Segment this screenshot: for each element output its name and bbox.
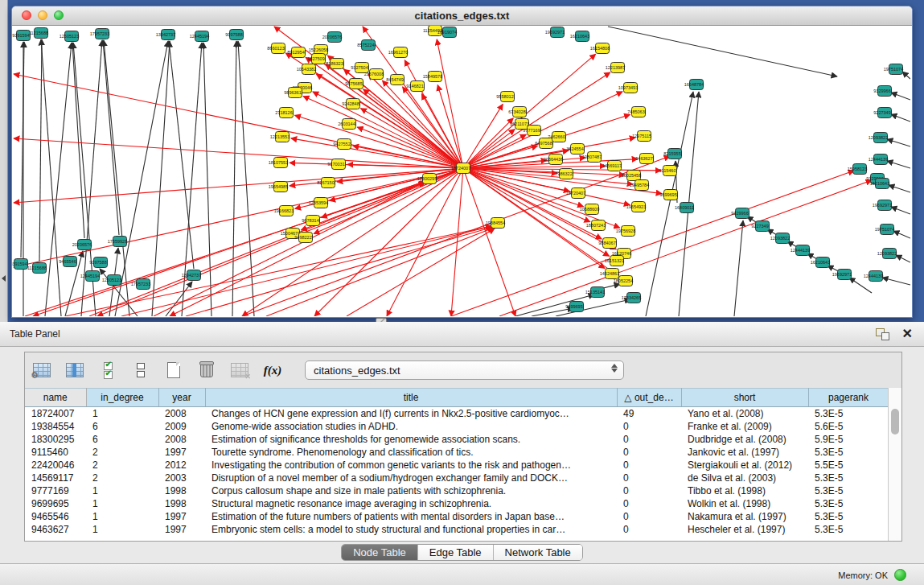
table-cell[interactable]: 0 [617, 523, 681, 536]
vertical-scrollbar[interactable] [888, 388, 901, 541]
table-cell[interactable]: 5.3E-5 [808, 484, 889, 497]
scrollbar-thumb[interactable] [891, 409, 899, 435]
table-cell[interactable]: 18724007 [25, 407, 86, 421]
table-cell[interactable]: 1998 [158, 497, 205, 510]
table-cell[interactable]: 0 [617, 459, 681, 472]
table-cell[interactable]: 6 [86, 420, 158, 433]
minimize-button[interactable] [38, 10, 47, 20]
table-cell[interactable]: 2 [86, 446, 158, 459]
show-columns-button[interactable] [64, 360, 85, 381]
left-panel-strip[interactable] [0, 0, 8, 322]
table-cell[interactable]: 9115460 [25, 446, 86, 459]
table-cell[interactable]: 0 [617, 433, 681, 446]
table-cell[interactable]: Structural magnetic resonance image aver… [205, 497, 617, 510]
table-cell[interactable]: 0 [617, 446, 681, 459]
table-row[interactable]: 2242004622012Investigating the contribut… [25, 459, 889, 472]
table-cell[interactable]: Estimation of the future numbers of pati… [205, 510, 617, 523]
table-cell[interactable]: Nakamura et al. (1997) [681, 510, 808, 523]
table-cell[interactable]: Investigating the contribution of common… [205, 459, 617, 472]
table-cell[interactable]: 5.3E-5 [808, 472, 889, 484]
table-cell[interactable]: Franke et al. (2009) [681, 420, 808, 433]
table-cell[interactable]: 0 [617, 484, 681, 497]
column-header-in_degree[interactable]: in_degree [86, 389, 158, 407]
table-cell[interactable]: 5.3E-5 [808, 523, 889, 536]
column-header-out_de[interactable]: △ out_de… [617, 389, 681, 407]
table-cell[interactable]: 0 [617, 472, 681, 484]
table-row[interactable]: 1456911722003Disruption of a novel membe… [25, 472, 889, 484]
table-row[interactable]: 1938455462009Genome-wide association stu… [25, 420, 889, 433]
table-row[interactable]: 946554611997Estimation of the future num… [25, 510, 889, 523]
column-header-short[interactable]: short [681, 389, 808, 407]
zoom-button[interactable] [54, 10, 64, 20]
table-cell[interactable]: 9777169 [25, 484, 86, 497]
table-cell[interactable]: 6 [86, 433, 158, 446]
table-row[interactable]: 1872400712008Changes of HCN gene express… [25, 407, 889, 421]
float-panel-icon[interactable] [876, 328, 889, 340]
table-cell[interactable]: Dudbridge et al. (2008) [681, 433, 808, 446]
table-cell[interactable]: 9465546 [25, 510, 86, 523]
table-cell[interactable]: 0 [617, 510, 681, 523]
table-cell[interactable]: 1997 [158, 523, 205, 536]
table-cell[interactable]: Corpus callosum shape and size in male p… [205, 484, 617, 497]
table-mode-button[interactable]: ⚙ [31, 360, 52, 381]
table-cell[interactable]: 5.6E-5 [808, 420, 889, 433]
table-cell[interactable]: 1997 [158, 446, 205, 459]
table-cell[interactable]: 9699695 [25, 497, 86, 510]
table-row[interactable]: 977716911998Corpus callosum shape and si… [25, 484, 889, 497]
network-window-titlebar[interactable]: citations_edges.txt [12, 6, 912, 26]
table-cell[interactable]: 1997 [158, 510, 205, 523]
table-cell[interactable]: Tibbo et al. (1998) [681, 484, 808, 497]
table-cell[interactable]: 5.3E-5 [808, 497, 889, 510]
table-cell[interactable]: 18300295 [25, 433, 86, 446]
column-header-title[interactable]: title [205, 389, 617, 407]
table-cell[interactable]: 1 [86, 484, 158, 497]
table-cell[interactable]: Genome-wide association studies in ADHD. [205, 420, 617, 433]
close-panel-icon[interactable]: ✕ [902, 328, 913, 340]
table-cell[interactable]: 2 [86, 472, 158, 484]
table-row[interactable]: 969969511998Structural magnetic resonanc… [25, 497, 889, 510]
column-header-name[interactable]: name [25, 389, 86, 407]
delete-column-button[interactable] [196, 360, 217, 381]
table-cell[interactable]: 5.5E-5 [808, 459, 889, 472]
table-cell[interactable]: 5.3E-5 [808, 446, 889, 459]
function-builder-button[interactable]: f(x) [262, 360, 283, 381]
table-cell[interactable]: Changes of HCN gene expression and I(f) … [205, 407, 617, 421]
select-columns-button[interactable] [97, 360, 118, 381]
tab-network-table[interactable]: Network Table [494, 545, 582, 560]
panel-collapse-arrow-icon[interactable] [2, 275, 6, 282]
close-button[interactable] [22, 10, 31, 20]
table-row[interactable]: 911546021997Tourette syndrome. Phenomeno… [25, 446, 889, 459]
column-header-year[interactable]: year [158, 389, 205, 407]
table-cell[interactable]: 5.3E-5 [808, 407, 889, 421]
table-cell[interactable]: 2008 [158, 433, 205, 446]
table-cell[interactable]: 1 [86, 523, 158, 536]
table-cell[interactable]: 22420046 [25, 459, 86, 472]
table-cell[interactable]: 2009 [158, 420, 205, 433]
table-cell[interactable]: 9463627 [25, 523, 86, 536]
table-cell[interactable]: Disruption of a novel member of a sodium… [205, 472, 617, 484]
table-cell[interactable]: Stergiakouli et al. (2012) [681, 459, 808, 472]
tab-node-table[interactable]: Node Table [342, 545, 418, 560]
table-cell[interactable]: 49 [617, 407, 681, 421]
table-cell[interactable]: de Silva et al. (2003) [681, 472, 808, 484]
column-header-pagerank[interactable]: pagerank [808, 389, 889, 407]
table-cell[interactable]: 2 [86, 459, 158, 472]
table-cell[interactable]: 2012 [158, 459, 205, 472]
table-cell[interactable]: 5.9E-5 [808, 433, 889, 446]
table-cell[interactable]: 2008 [158, 407, 205, 421]
table-cell[interactable]: Tourette syndrome. Phenomenology and cla… [205, 446, 617, 459]
table-cell[interactable]: 0 [617, 497, 681, 510]
table-cell[interactable]: 14569117 [25, 472, 86, 484]
table-cell[interactable]: 2003 [158, 472, 205, 484]
tab-edge-table[interactable]: Edge Table [418, 545, 494, 560]
row-height-button[interactable] [130, 360, 151, 381]
table-cell[interactable]: Embryonic stem cells: a model to study s… [205, 523, 617, 536]
delete-table-button[interactable]: ✕ [229, 360, 250, 381]
table-cell[interactable]: Estimation of significance thresholds fo… [205, 433, 617, 446]
table-cell[interactable]: 0 [617, 420, 681, 433]
table-row[interactable]: 1830029562008Estimation of significance … [25, 433, 889, 446]
table-cell[interactable]: 1 [86, 407, 158, 421]
table-cell[interactable]: 1 [86, 497, 158, 510]
table-cell[interactable]: Hescheler et al. (1997) [681, 523, 808, 536]
table-cell[interactable]: 5.3E-5 [808, 510, 889, 523]
